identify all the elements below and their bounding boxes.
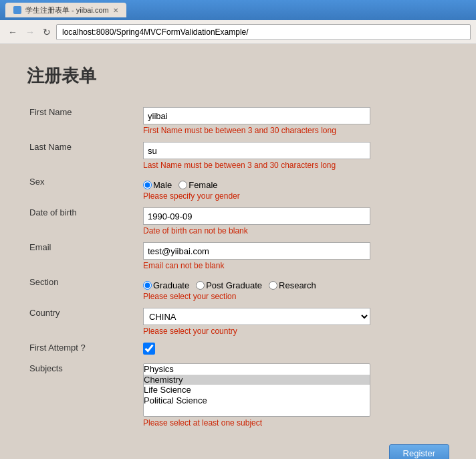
sex-label: Sex (27, 173, 140, 204)
last-name-error: Last Name must be between 3 and 30 chara… (143, 161, 447, 170)
subjects-row: Subjects Physics Chemistry Life Science … (27, 360, 449, 431)
sex-error: Please specify your gender (143, 191, 447, 201)
sex-field-cell: Male Female Please specify your gender (140, 173, 449, 204)
first-name-input[interactable] (143, 107, 370, 124)
refresh-button[interactable]: ↻ (40, 25, 53, 39)
email-field-group (143, 242, 447, 260)
dob-error: Date of birth can not be blank (143, 226, 447, 236)
button-row: Register (27, 444, 449, 459)
last-name-row: Last Name Last Name must be between 3 an… (27, 139, 449, 173)
country-field-cell: CHINA USA INDIA Please select your count… (140, 304, 449, 339)
first-name-row: First Name First Name must be between 3 … (27, 104, 449, 139)
email-input[interactable] (143, 242, 370, 260)
country-label: Country (27, 304, 140, 339)
tab-close-icon[interactable]: ✕ (113, 7, 118, 14)
country-error: Please select your country (143, 327, 447, 336)
subject-life-science[interactable]: Life Science (144, 385, 370, 395)
sex-female-label[interactable]: Female (178, 180, 217, 190)
subject-political-science[interactable]: Political Science (144, 395, 370, 406)
section-error: Please select your section (143, 292, 447, 301)
registration-form: First Name First Name must be between 3 … (27, 104, 449, 431)
email-row: Email Email can not be blank (27, 239, 449, 274)
section-research-radio[interactable] (269, 281, 277, 290)
country-row: Country CHINA USA INDIA Please select yo… (27, 304, 449, 339)
first-attempt-field-cell (140, 339, 449, 360)
last-name-input[interactable] (143, 142, 370, 159)
country-field-group: CHINA USA INDIA (143, 308, 447, 325)
section-label: Section (27, 274, 140, 304)
tab-title: 学生注册表单 - yiibai.com (25, 5, 109, 15)
email-error: Email can not be blank (143, 261, 447, 270)
section-postgraduate-label[interactable]: Post Graduate (196, 280, 262, 290)
dob-row: Date of birth Date of birth can not be b… (27, 204, 449, 239)
section-field-cell: Graduate Post Graduate Research Please s… (140, 274, 449, 304)
subject-physics[interactable]: Physics (144, 364, 370, 375)
first-attempt-label: First Attempt ? (27, 339, 140, 360)
first-name-field-cell: First Name must be between 3 and 30 char… (140, 104, 449, 139)
section-postgraduate-radio[interactable] (196, 281, 205, 290)
first-name-label: First Name (27, 104, 140, 139)
country-select[interactable]: CHINA USA INDIA (143, 308, 370, 325)
sex-male-label[interactable]: Male (143, 180, 172, 190)
first-name-field-group (143, 107, 447, 124)
tab-bar: 学生注册表单 - yiibai.com ✕ (5, 3, 126, 17)
browser-tab[interactable]: 学生注册表单 - yiibai.com ✕ (5, 3, 126, 17)
email-label: Email (27, 239, 140, 274)
dob-input[interactable] (143, 207, 370, 225)
first-attempt-row: First Attempt ? (27, 339, 449, 360)
last-name-label: Last Name (27, 139, 140, 173)
address-bar[interactable] (56, 24, 471, 40)
nav-bar: ← → ↻ (0, 20, 476, 44)
sex-row: Sex Male Female Please specify your gend… (27, 173, 449, 204)
browser-chrome: 学生注册表单 - yiibai.com ✕ (0, 0, 476, 20)
back-button[interactable]: ← (5, 25, 20, 39)
sex-male-radio[interactable] (143, 181, 152, 189)
subjects-label: Subjects (27, 360, 140, 431)
dob-field-group (143, 207, 447, 225)
subjects-field-cell: Physics Chemistry Life Science Political… (140, 360, 449, 431)
section-row: Section Graduate Post Graduate Research (27, 274, 449, 304)
last-name-field-cell: Last Name must be between 3 and 30 chara… (140, 139, 449, 173)
section-graduate-label[interactable]: Graduate (143, 280, 189, 290)
last-name-field-group (143, 142, 447, 159)
dob-label: Date of birth (27, 204, 140, 239)
page-content: 注册表单 First Name First Name must be betwe… (0, 44, 476, 459)
section-graduate-radio[interactable] (143, 281, 152, 290)
sex-radio-group: Male Female (143, 177, 447, 190)
tab-favicon (13, 6, 21, 14)
first-name-error: First Name must be between 3 and 30 char… (143, 126, 447, 135)
forward-button[interactable]: → (23, 25, 37, 39)
section-research-label[interactable]: Research (269, 280, 316, 290)
subject-chemistry[interactable]: Chemistry (144, 375, 370, 385)
subjects-listbox-wrapper: Physics Chemistry Life Science Political… (143, 363, 370, 417)
dob-field-cell: Date of birth can not be blank (140, 204, 449, 239)
sex-female-radio[interactable] (178, 181, 187, 189)
page-title: 注册表单 (27, 64, 449, 88)
email-field-cell: Email can not be blank (140, 239, 449, 274)
subjects-error: Please select at least one subject (143, 418, 447, 428)
section-radio-group: Graduate Post Graduate Research (143, 277, 447, 290)
register-button[interactable]: Register (389, 444, 449, 459)
first-attempt-checkbox[interactable] (143, 343, 155, 355)
subjects-listbox[interactable]: Physics Chemistry Life Science Political… (143, 363, 370, 417)
